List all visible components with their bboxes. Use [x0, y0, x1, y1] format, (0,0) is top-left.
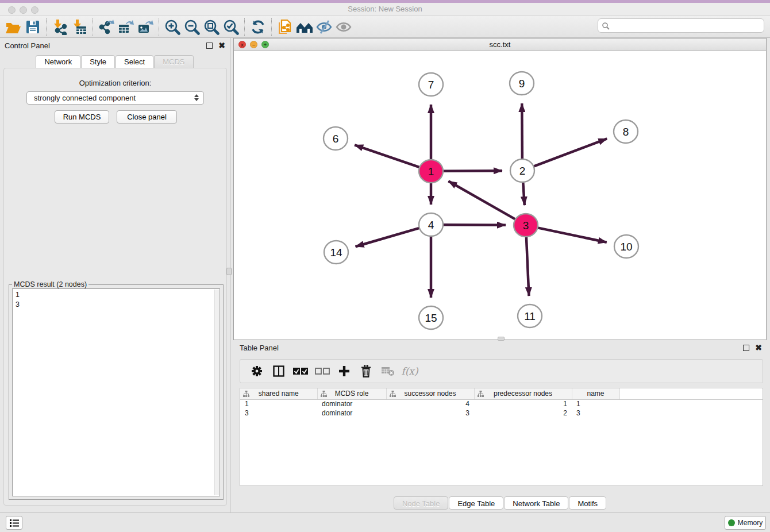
network-minimize-icon[interactable]: –	[250, 41, 257, 48]
zoom-window-dot[interactable]	[31, 6, 38, 14]
graph-edge-2-9[interactable]	[522, 103, 522, 159]
graph-node-label-8: 8	[623, 126, 629, 138]
float-table-panel-icon[interactable]	[743, 345, 749, 351]
table-row[interactable]: 3 dominator 3 2 3	[240, 408, 763, 418]
col-mcds-role[interactable]: MCDS role	[317, 388, 386, 399]
zoom-in-icon[interactable]	[163, 18, 182, 36]
task-history-button[interactable]	[6, 516, 22, 530]
select-all-icon[interactable]	[290, 361, 311, 381]
graph-node-label-1: 1	[428, 165, 434, 178]
network-graph-canvas[interactable]: 7968124314101511	[234, 51, 766, 340]
export-table-icon[interactable]	[116, 18, 136, 36]
zoom-fit-icon[interactable]	[202, 18, 221, 36]
table-header-row: shared name MCDS role successor nodes pr…	[240, 388, 763, 399]
tab-style[interactable]: Style	[81, 55, 115, 68]
list-icon	[9, 518, 20, 527]
cell-predecessor-nodes[interactable]: 1	[474, 399, 572, 408]
save-session-icon[interactable]	[23, 18, 43, 36]
cell-shared-name[interactable]: 1	[240, 399, 317, 408]
refresh-icon[interactable]	[248, 18, 268, 36]
export-network-icon[interactable]	[97, 18, 116, 36]
clone-network-icon[interactable]	[275, 18, 295, 36]
graph-node-label-11: 11	[524, 310, 536, 322]
float-panel-icon[interactable]	[206, 43, 213, 49]
minimize-window-dot[interactable]	[20, 6, 27, 14]
memory-button[interactable]: Memory	[725, 516, 766, 530]
export-image-icon[interactable]	[136, 18, 155, 36]
import-table-icon[interactable]	[70, 18, 89, 36]
run-mcds-button[interactable]: Run MCDS	[55, 110, 109, 124]
cell-predecessor-nodes[interactable]: 2	[474, 408, 572, 418]
cell-mcds-role[interactable]: dominator	[317, 399, 386, 408]
table-row[interactable]: 1 dominator 4 1 1	[240, 399, 763, 408]
hide-selected-icon[interactable]	[314, 18, 334, 36]
function-builder-icon[interactable]: f(x)	[399, 361, 421, 381]
window-traffic-lights[interactable]	[8, 6, 43, 16]
col-successor-nodes[interactable]: successor nodes	[386, 388, 474, 399]
result-scrollbar[interactable]	[214, 290, 219, 495]
cell-filler	[619, 408, 763, 418]
network-window-title: scc.txt	[234, 38, 766, 51]
col-predecessor-nodes[interactable]: predecessor nodes	[474, 388, 572, 399]
memory-label: Memory	[738, 519, 763, 527]
mcds-panel: Optimization criterion: strongly connect…	[3, 68, 227, 506]
close-table-panel-icon[interactable]: ✖	[755, 345, 762, 351]
col-shared-name[interactable]: shared name	[240, 388, 317, 399]
network-window-titlebar[interactable]: x – + scc.txt	[234, 38, 766, 51]
tab-motifs[interactable]: Motifs	[569, 496, 606, 510]
graph-node-label-6: 6	[333, 133, 339, 145]
cell-mcds-role[interactable]: dominator	[317, 408, 386, 418]
tab-mcds[interactable]: MCDS	[154, 55, 193, 68]
toggle-column-icon[interactable]	[268, 361, 290, 381]
horizontal-splitter-grip[interactable]	[498, 337, 505, 341]
col-name[interactable]: name	[572, 388, 619, 399]
settings-gear-icon[interactable]	[246, 361, 268, 381]
tab-node-table[interactable]: Node Table	[394, 496, 449, 510]
optimization-criterion-select[interactable]: strongly connected component	[26, 91, 204, 105]
mcds-result-groupbox: MCDS result (2 nodes) 1 3	[9, 284, 224, 500]
cell-name[interactable]: 1	[572, 399, 619, 408]
close-window-dot[interactable]	[8, 6, 16, 14]
cell-name[interactable]: 3	[572, 408, 619, 418]
graph-edge-3-1[interactable]	[448, 181, 515, 219]
search-field[interactable]	[598, 18, 764, 33]
vertical-splitter-grip[interactable]	[226, 268, 232, 275]
zoom-selected-icon[interactable]	[221, 18, 241, 36]
add-column-icon[interactable]	[333, 361, 355, 381]
open-session-icon[interactable]	[3, 18, 23, 36]
graph-edge-4-14[interactable]	[356, 228, 419, 246]
network-maximize-icon[interactable]: +	[261, 41, 269, 48]
close-panel-button[interactable]: Close panel	[117, 110, 177, 124]
node-table[interactable]: shared name MCDS role successor nodes pr…	[240, 388, 763, 486]
deselect-all-icon[interactable]	[311, 361, 333, 381]
cell-shared-name[interactable]: 3	[240, 408, 317, 418]
graph-edge-3-11[interactable]	[526, 237, 529, 296]
graph-edge-2-8[interactable]	[534, 138, 607, 166]
cell-successor-nodes[interactable]: 3	[386, 408, 474, 418]
column-type-icon	[243, 391, 249, 399]
import-network-icon[interactable]	[50, 18, 70, 36]
graph-edge-1-2[interactable]	[443, 171, 502, 171]
tab-edge-table[interactable]: Edge Table	[449, 496, 503, 510]
graph-edge-3-10[interactable]	[538, 228, 607, 242]
network-close-icon[interactable]: x	[238, 41, 246, 48]
tab-network[interactable]: Network	[36, 55, 80, 68]
zoom-out-icon[interactable]	[182, 18, 202, 36]
graph-edge-4-3[interactable]	[443, 225, 506, 225]
control-panel-header: Control Panel ✖	[0, 38, 230, 53]
graph-edge-1-6[interactable]	[355, 145, 419, 167]
cell-successor-nodes[interactable]: 4	[386, 399, 474, 408]
mcds-result-text[interactable]: 1 3	[12, 288, 220, 496]
close-panel-icon[interactable]: ✖	[218, 43, 225, 49]
delete-table-icon[interactable]	[377, 361, 399, 381]
search-input[interactable]	[610, 21, 764, 30]
show-all-icon[interactable]	[334, 18, 353, 36]
tab-select[interactable]: Select	[116, 55, 153, 68]
optimization-criterion-value: strongly connected component	[34, 94, 136, 102]
tab-network-table[interactable]: Network Table	[504, 496, 568, 510]
graph-edge-2-3[interactable]	[523, 183, 524, 205]
delete-column-icon[interactable]	[355, 361, 377, 381]
column-filler	[619, 388, 763, 399]
mcds-result-title: MCDS result (2 nodes)	[12, 280, 88, 288]
first-neighbors-icon[interactable]	[295, 18, 314, 36]
